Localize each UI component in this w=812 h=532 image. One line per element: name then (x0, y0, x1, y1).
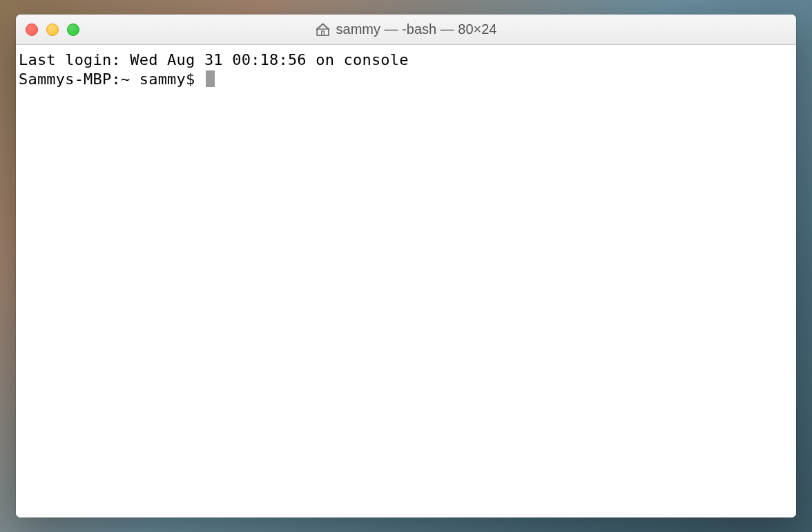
window-title: sammy — -bash — 80×24 (336, 21, 497, 37)
maximize-button[interactable] (67, 23, 79, 36)
cursor (206, 70, 215, 87)
last-login-line: Last login: Wed Aug 31 00:18:56 on conso… (19, 50, 793, 70)
terminal-window: sammy — -bash — 80×24 Last login: Wed Au… (16, 15, 796, 517)
close-button[interactable] (26, 23, 38, 36)
svg-rect-1 (322, 30, 325, 35)
window-titlebar[interactable]: sammy — -bash — 80×24 (16, 15, 796, 45)
home-icon (316, 22, 331, 37)
minimize-button[interactable] (46, 23, 59, 36)
window-title-container: sammy — -bash — 80×24 (316, 21, 497, 37)
shell-prompt: Sammys-MBP:~ sammy$ (19, 70, 204, 88)
traffic-lights (16, 23, 79, 36)
prompt-line-container: Sammys-MBP:~ sammy$ (19, 70, 793, 89)
terminal-content[interactable]: Last login: Wed Aug 31 00:18:56 on conso… (16, 45, 796, 517)
